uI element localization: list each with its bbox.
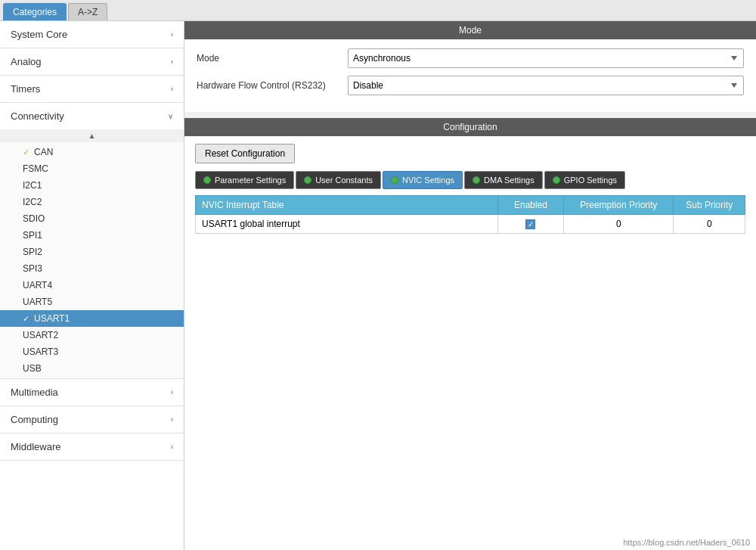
sidebar-item-SPI2-label: SPI2 bbox=[23, 247, 42, 257]
sidebar-item-USB-label: USB bbox=[23, 363, 42, 374]
tab-dma-settings-label: DMA Settings bbox=[484, 176, 534, 185]
hw-flow-select[interactable]: Disable bbox=[348, 76, 744, 95]
sidebar-item-I2C2[interactable]: I2C2 bbox=[0, 194, 184, 210]
sidebar-item-multimedia-label: Multimedia bbox=[11, 387, 58, 398]
tab-parameter-settings-label: Parameter Settings bbox=[215, 176, 286, 185]
sidebar-item-USB[interactable]: USB bbox=[0, 360, 184, 377]
sidebar-item-SPI3[interactable]: SPI3 bbox=[0, 260, 184, 277]
chevron-right-icon: › bbox=[171, 30, 173, 39]
sidebar-item-analog[interactable]: Analog › bbox=[0, 48, 184, 75]
sidebar-item-analog-label: Analog bbox=[11, 56, 41, 67]
sidebar-item-I2C1[interactable]: I2C1 bbox=[0, 177, 184, 194]
interrupt-name: USART1 global interrupt bbox=[196, 215, 498, 234]
scroll-indicator: ▲ bbox=[0, 129, 184, 142]
sidebar: System Core › Analog › Timers › Connecti… bbox=[0, 21, 184, 550]
reset-configuration-button[interactable]: Reset Configuration bbox=[195, 144, 295, 163]
config-section: Configuration Reset Configuration Parame… bbox=[184, 118, 756, 535]
sidebar-section-computing: Computing › bbox=[0, 406, 184, 433]
sidebar-item-USART2[interactable]: USART2 bbox=[0, 327, 184, 343]
watermark: https://blog.csdn.net/Haders_0610 bbox=[184, 535, 756, 550]
tab-user-constants[interactable]: User Constants bbox=[296, 171, 381, 189]
sidebar-item-timers[interactable]: Timers › bbox=[0, 76, 184, 102]
tab-az[interactable]: A->Z bbox=[68, 3, 107, 20]
sidebar-item-system-core[interactable]: System Core › bbox=[0, 21, 184, 48]
tab-dot-icon bbox=[553, 176, 560, 184]
sidebar-section-connectivity: Connectivity ∨ ▲ ✓ CAN FSMC I2C1 bbox=[0, 103, 184, 379]
config-title: Configuration bbox=[184, 118, 756, 136]
tab-categories[interactable]: Categories bbox=[3, 3, 67, 20]
mode-form: Mode Asynchronous Hardware Flow Control … bbox=[184, 39, 756, 112]
mode-title: Mode bbox=[184, 21, 756, 39]
sidebar-section-timers: Timers › bbox=[0, 76, 184, 103]
nvic-table: NVIC Interrupt Table Enabled Preemption … bbox=[195, 195, 745, 234]
checkbox-checked-icon[interactable]: ✓ bbox=[525, 219, 535, 229]
interrupt-preemption: 0 bbox=[564, 215, 674, 234]
sidebar-item-SDIO[interactable]: SDIO bbox=[0, 210, 184, 227]
sidebar-item-FSMC[interactable]: FSMC bbox=[0, 160, 184, 177]
tab-dma-settings[interactable]: DMA Settings bbox=[464, 171, 543, 189]
chevron-right-icon: › bbox=[171, 443, 173, 451]
sidebar-section-system-core: System Core › bbox=[0, 21, 184, 48]
tab-parameter-settings[interactable]: Parameter Settings bbox=[195, 171, 294, 189]
content-area: Mode Mode Asynchronous Hardware Flow Con… bbox=[184, 21, 756, 550]
hw-flow-label: Hardware Flow Control (RS232) bbox=[197, 80, 348, 91]
tab-dot-icon bbox=[203, 176, 211, 184]
sidebar-item-timers-label: Timers bbox=[11, 83, 40, 95]
nvic-col-interrupt: NVIC Interrupt Table bbox=[196, 196, 498, 215]
scroll-up-icon[interactable]: ▲ bbox=[88, 132, 96, 140]
chevron-right-icon: › bbox=[171, 57, 173, 66]
sidebar-item-connectivity[interactable]: Connectivity ∨ bbox=[0, 103, 184, 129]
tab-nvic-settings[interactable]: NVIC Settings bbox=[383, 171, 463, 189]
sidebar-section-multimedia: Multimedia › bbox=[0, 379, 184, 406]
mode-section: Mode Mode Asynchronous Hardware Flow Con… bbox=[184, 21, 756, 112]
mode-select[interactable]: Asynchronous bbox=[348, 48, 744, 68]
sidebar-item-computing[interactable]: Computing › bbox=[0, 406, 184, 433]
sidebar-item-SDIO-label: SDIO bbox=[23, 213, 45, 224]
sidebar-section-middleware: Middleware › bbox=[0, 433, 184, 461]
sidebar-item-USART3-label: USART3 bbox=[23, 346, 58, 357]
sidebar-item-I2C1-label: I2C1 bbox=[23, 180, 42, 191]
mode-label: Mode bbox=[197, 53, 348, 64]
sidebar-item-SPI2[interactable]: SPI2 bbox=[0, 244, 184, 260]
tab-dot-icon bbox=[472, 176, 480, 184]
sidebar-item-UART4-label: UART4 bbox=[23, 280, 52, 291]
nvic-col-preemption: Preemption Priority bbox=[564, 196, 674, 215]
mode-form-row: Mode Asynchronous bbox=[197, 48, 744, 68]
nvic-col-enabled: Enabled bbox=[497, 196, 563, 215]
sidebar-item-multimedia[interactable]: Multimedia › bbox=[0, 379, 184, 406]
sidebar-item-UART5[interactable]: UART5 bbox=[0, 294, 184, 310]
tab-gpio-settings[interactable]: GPIO Settings bbox=[544, 171, 625, 189]
interrupt-enabled[interactable]: ✓ bbox=[497, 215, 563, 234]
sidebar-item-USART1[interactable]: ✓ USART1 bbox=[0, 310, 184, 327]
sidebar-item-UART5-label: UART5 bbox=[23, 297, 52, 307]
interrupt-sub: 0 bbox=[674, 215, 745, 234]
sidebar-item-middleware[interactable]: Middleware › bbox=[0, 433, 184, 460]
connectivity-sub-items: ✓ CAN FSMC I2C1 I2C2 SDIO bbox=[0, 142, 184, 378]
sidebar-item-FSMC-label: FSMC bbox=[23, 163, 48, 174]
tab-user-constants-label: User Constants bbox=[315, 176, 373, 185]
sidebar-item-I2C2-label: I2C2 bbox=[23, 197, 42, 207]
tab-dot-icon bbox=[391, 176, 398, 184]
tab-nvic-settings-label: NVIC Settings bbox=[402, 176, 454, 185]
sidebar-item-USART1-label: USART1 bbox=[34, 313, 70, 324]
sidebar-item-connectivity-label: Connectivity bbox=[11, 110, 64, 122]
sidebar-item-middleware-label: Middleware bbox=[11, 441, 60, 452]
sidebar-item-CAN[interactable]: ✓ CAN bbox=[0, 144, 184, 160]
sidebar-item-CAN-label: CAN bbox=[34, 147, 53, 157]
top-tab-bar: Categories A->Z bbox=[0, 0, 756, 21]
nvic-col-sub: Sub Priority bbox=[674, 196, 745, 215]
sidebar-item-USART2-label: USART2 bbox=[23, 330, 58, 340]
check-icon: ✓ bbox=[23, 148, 29, 157]
tab-dot-icon bbox=[304, 176, 311, 184]
config-form-area: Reset Configuration bbox=[184, 136, 756, 171]
sidebar-item-SPI1[interactable]: SPI1 bbox=[0, 227, 184, 244]
sidebar-item-USART3[interactable]: USART3 bbox=[0, 343, 184, 360]
chevron-right-icon: › bbox=[171, 415, 173, 424]
sidebar-item-UART4[interactable]: UART4 bbox=[0, 277, 184, 294]
sidebar-section-analog: Analog › bbox=[0, 48, 184, 76]
chevron-down-icon: ∨ bbox=[168, 112, 173, 120]
main-container: System Core › Analog › Timers › Connecti… bbox=[0, 21, 756, 550]
sidebar-item-system-core-label: System Core bbox=[11, 29, 67, 40]
sidebar-item-computing-label: Computing bbox=[11, 414, 58, 425]
chevron-right-icon: › bbox=[171, 388, 173, 396]
